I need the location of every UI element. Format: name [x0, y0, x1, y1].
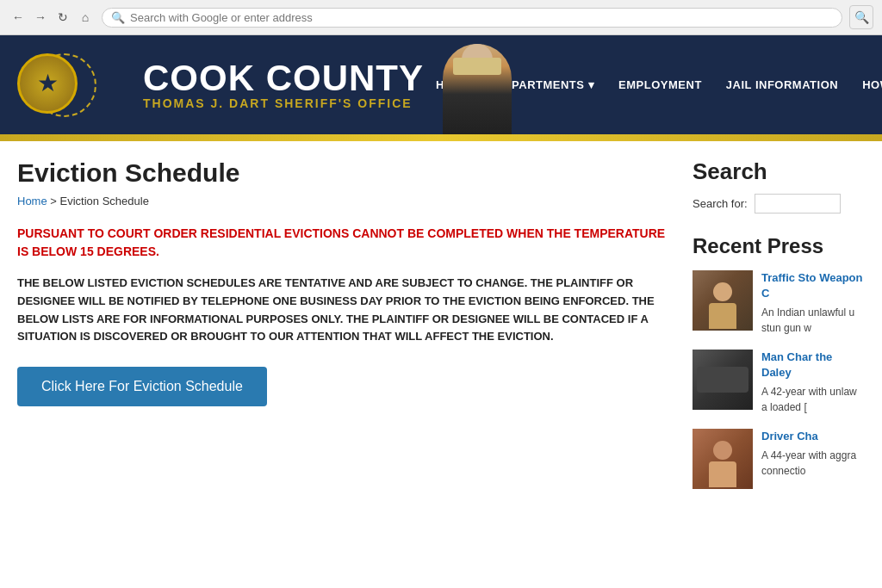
nav-employment[interactable]: EMPLOYMENT [606, 70, 714, 100]
county-name: COOK COUNTY [143, 60, 424, 96]
header-logo: COOK COUNTY THOMAS J. DART SHERIFF'S OFF… [17, 53, 424, 117]
nav-jail-information[interactable]: JAIL INFORMATION [714, 70, 850, 100]
address-input[interactable] [130, 11, 833, 24]
press-content-3: Driver Cha A 44-year with aggra connecti… [761, 429, 865, 489]
body-text: THE BELOW LISTED EVICTION SCHEDULES ARE … [17, 275, 667, 346]
press-thumb-2 [693, 350, 753, 410]
breadcrumb-current: Eviction Schedule [60, 195, 149, 207]
site-header: COOK COUNTY THOMAS J. DART SHERIFF'S OFF… [0, 35, 882, 134]
sidebar-search-input[interactable] [755, 194, 841, 214]
warning-text: PURSUANT TO COURT ORDER RESIDENTIAL EVIC… [17, 225, 667, 261]
content-area: Eviction Schedule Home > Eviction Schedu… [17, 158, 667, 503]
header-subtitle: THOMAS J. DART SHERIFF'S OFFICE [143, 96, 424, 110]
home-button[interactable]: ⌂ [76, 8, 95, 27]
breadcrumb: Home > Eviction Schedule [17, 195, 667, 207]
recent-press-title: Recent Press [693, 234, 865, 258]
page-title: Eviction Schedule [17, 158, 667, 188]
breadcrumb-separator: > [47, 195, 60, 207]
refresh-button[interactable]: ↻ [53, 8, 72, 27]
press-item: Driver Cha A 44-year with aggra connecti… [693, 429, 865, 489]
forward-button[interactable]: → [31, 8, 50, 27]
sidebar: Search Search for: Recent Press Traffic … [693, 158, 865, 503]
press-thumb-3 [693, 429, 753, 489]
header-title-block: COOK COUNTY THOMAS J. DART SHERIFF'S OFF… [143, 60, 424, 110]
press-content-1: Traffic Sto Weapon C An Indian unlawful … [761, 270, 865, 336]
magnify-icon: 🔍 [854, 10, 869, 24]
breadcrumb-home[interactable]: Home [17, 195, 47, 207]
gold-bar [0, 134, 882, 141]
sidebar-search-row: Search for: [693, 194, 865, 214]
press-excerpt-3: A 44-year with aggra connectio [761, 449, 856, 477]
badge-icon [17, 53, 78, 114]
press-link-2[interactable]: Man Char the Daley [761, 350, 865, 381]
press-excerpt-2: A 42-year with unlaw a loaded [ [761, 386, 857, 413]
back-button[interactable]: ← [9, 8, 28, 27]
address-bar[interactable]: 🔍 [102, 8, 842, 28]
press-link-3[interactable]: Driver Cha [761, 429, 865, 444]
browser-search-button[interactable]: 🔍 [849, 5, 873, 29]
press-item: Man Char the Daley A 42-year with unlaw … [693, 350, 865, 415]
search-icon: 🔍 [111, 11, 125, 24]
nav-how-do-i[interactable]: HOW DO I? [850, 70, 882, 100]
eviction-schedule-button[interactable]: Click Here For Eviction Schedule [17, 367, 267, 406]
main-container: Eviction Schedule Home > Eviction Schedu… [0, 141, 882, 520]
press-excerpt-1: An Indian unlawful u stun gun w [761, 306, 854, 334]
press-content-2: Man Char the Daley A 42-year with unlaw … [761, 350, 865, 415]
press-thumb-1 [693, 270, 753, 331]
press-link-1[interactable]: Traffic Sto Weapon C [761, 270, 865, 301]
press-item: Traffic Sto Weapon C An Indian unlawful … [693, 270, 865, 336]
sidebar-search-title: Search [693, 158, 865, 185]
search-label: Search for: [693, 197, 748, 210]
browser-nav-buttons: ← → ↻ ⌂ [9, 8, 95, 27]
browser-chrome: ← → ↻ ⌂ 🔍 🔍 [0, 0, 882, 35]
